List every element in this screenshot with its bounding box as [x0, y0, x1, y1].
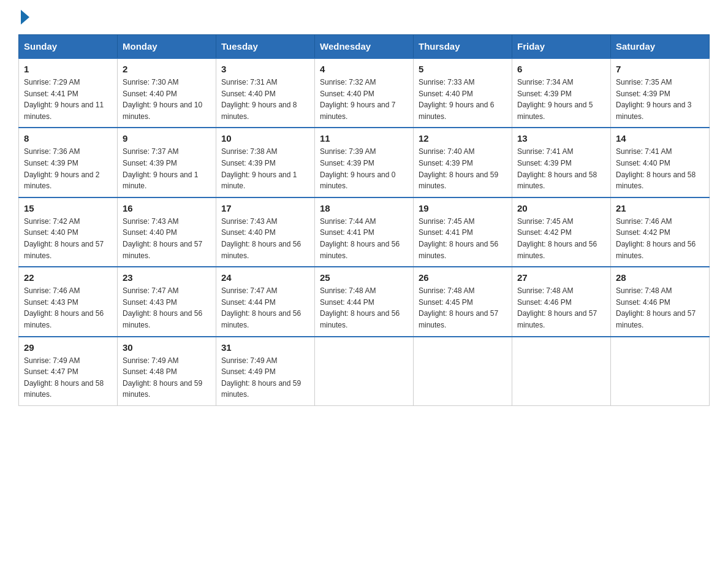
logo — [18, 12, 29, 22]
day-number: 7 — [616, 64, 704, 74]
page-header — [18, 12, 710, 22]
weekday-header-monday: Monday — [118, 35, 216, 59]
day-info: Sunrise: 7:45 AMSunset: 4:41 PMDaylight:… — [419, 216, 507, 261]
day-info: Sunrise: 7:47 AMSunset: 4:43 PMDaylight:… — [123, 285, 211, 331]
day-info: Sunrise: 7:49 AMSunset: 4:47 PMDaylight:… — [24, 355, 112, 400]
day-number: 16 — [123, 203, 211, 213]
day-info: Sunrise: 7:35 AMSunset: 4:39 PMDaylight:… — [616, 77, 704, 122]
day-number: 6 — [517, 64, 605, 74]
day-cell-15: 15 Sunrise: 7:42 AMSunset: 4:40 PMDaylig… — [19, 197, 118, 267]
weekday-header-thursday: Thursday — [414, 35, 512, 59]
day-cell-12: 12 Sunrise: 7:40 AMSunset: 4:39 PMDaylig… — [414, 128, 512, 197]
week-row-4: 22 Sunrise: 7:46 AMSunset: 4:43 PMDaylig… — [19, 267, 710, 336]
weekday-header-tuesday: Tuesday — [216, 35, 315, 59]
day-info: Sunrise: 7:49 AMSunset: 4:48 PMDaylight:… — [123, 355, 211, 400]
day-info: Sunrise: 7:46 AMSunset: 4:42 PMDaylight:… — [616, 216, 704, 261]
weekday-header-row: SundayMondayTuesdayWednesdayThursdayFrid… — [19, 35, 710, 59]
day-info: Sunrise: 7:40 AMSunset: 4:39 PMDaylight:… — [419, 146, 507, 191]
day-cell-25: 25 Sunrise: 7:48 AMSunset: 4:44 PMDaylig… — [315, 267, 414, 336]
day-info: Sunrise: 7:44 AMSunset: 4:41 PMDaylight:… — [320, 216, 408, 261]
weekday-header-wednesday: Wednesday — [315, 35, 414, 59]
day-cell-5: 5 Sunrise: 7:33 AMSunset: 4:40 PMDayligh… — [414, 58, 512, 128]
day-cell-3: 3 Sunrise: 7:31 AMSunset: 4:40 PMDayligh… — [216, 58, 315, 128]
day-cell-10: 10 Sunrise: 7:38 AMSunset: 4:39 PMDaylig… — [216, 128, 315, 197]
day-cell-24: 24 Sunrise: 7:47 AMSunset: 4:44 PMDaylig… — [216, 267, 315, 336]
day-number: 30 — [123, 342, 211, 353]
empty-cell — [611, 337, 710, 406]
day-cell-21: 21 Sunrise: 7:46 AMSunset: 4:42 PMDaylig… — [611, 197, 710, 267]
weekday-header-friday: Friday — [512, 35, 611, 59]
day-cell-31: 31 Sunrise: 7:49 AMSunset: 4:49 PMDaylig… — [216, 337, 315, 406]
day-info: Sunrise: 7:49 AMSunset: 4:49 PMDaylight:… — [221, 355, 309, 400]
day-cell-18: 18 Sunrise: 7:44 AMSunset: 4:41 PMDaylig… — [315, 197, 414, 267]
day-number: 24 — [221, 272, 309, 283]
day-cell-23: 23 Sunrise: 7:47 AMSunset: 4:43 PMDaylig… — [118, 267, 216, 336]
day-info: Sunrise: 7:30 AMSunset: 4:40 PMDaylight:… — [123, 77, 211, 122]
day-cell-16: 16 Sunrise: 7:43 AMSunset: 4:40 PMDaylig… — [118, 197, 216, 267]
day-info: Sunrise: 7:37 AMSunset: 4:39 PMDaylight:… — [123, 146, 211, 191]
day-info: Sunrise: 7:34 AMSunset: 4:39 PMDaylight:… — [517, 77, 605, 122]
day-cell-28: 28 Sunrise: 7:48 AMSunset: 4:46 PMDaylig… — [611, 267, 710, 336]
day-number: 3 — [221, 64, 309, 74]
day-number: 4 — [320, 64, 408, 74]
day-cell-2: 2 Sunrise: 7:30 AMSunset: 4:40 PMDayligh… — [118, 58, 216, 128]
day-number: 22 — [24, 272, 112, 283]
day-info: Sunrise: 7:29 AMSunset: 4:41 PMDaylight:… — [24, 77, 112, 122]
day-info: Sunrise: 7:43 AMSunset: 4:40 PMDaylight:… — [123, 216, 211, 261]
day-number: 11 — [320, 133, 408, 144]
day-info: Sunrise: 7:48 AMSunset: 4:45 PMDaylight:… — [419, 285, 507, 331]
day-cell-11: 11 Sunrise: 7:39 AMSunset: 4:39 PMDaylig… — [315, 128, 414, 197]
day-number: 20 — [517, 203, 605, 213]
day-info: Sunrise: 7:41 AMSunset: 4:40 PMDaylight:… — [616, 146, 704, 191]
day-cell-22: 22 Sunrise: 7:46 AMSunset: 4:43 PMDaylig… — [19, 267, 118, 336]
empty-cell — [512, 337, 611, 406]
week-row-1: 1 Sunrise: 7:29 AMSunset: 4:41 PMDayligh… — [19, 58, 710, 128]
day-cell-14: 14 Sunrise: 7:41 AMSunset: 4:40 PMDaylig… — [611, 128, 710, 197]
day-info: Sunrise: 7:42 AMSunset: 4:40 PMDaylight:… — [24, 216, 112, 261]
day-info: Sunrise: 7:48 AMSunset: 4:46 PMDaylight:… — [616, 285, 704, 331]
day-number: 26 — [419, 272, 507, 283]
day-cell-6: 6 Sunrise: 7:34 AMSunset: 4:39 PMDayligh… — [512, 58, 611, 128]
day-info: Sunrise: 7:45 AMSunset: 4:42 PMDaylight:… — [517, 216, 605, 261]
day-number: 23 — [123, 272, 211, 283]
day-number: 19 — [419, 203, 507, 213]
day-number: 31 — [221, 342, 309, 353]
day-number: 14 — [616, 133, 704, 144]
day-info: Sunrise: 7:41 AMSunset: 4:39 PMDaylight:… — [517, 146, 605, 191]
day-info: Sunrise: 7:46 AMSunset: 4:43 PMDaylight:… — [24, 285, 112, 331]
day-number: 9 — [123, 133, 211, 144]
day-cell-26: 26 Sunrise: 7:48 AMSunset: 4:45 PMDaylig… — [414, 267, 512, 336]
week-row-3: 15 Sunrise: 7:42 AMSunset: 4:40 PMDaylig… — [19, 197, 710, 267]
day-cell-13: 13 Sunrise: 7:41 AMSunset: 4:39 PMDaylig… — [512, 128, 611, 197]
day-info: Sunrise: 7:38 AMSunset: 4:39 PMDaylight:… — [221, 146, 309, 191]
day-number: 28 — [616, 272, 704, 283]
day-number: 29 — [24, 342, 112, 353]
week-row-2: 8 Sunrise: 7:36 AMSunset: 4:39 PMDayligh… — [19, 128, 710, 197]
day-number: 25 — [320, 272, 408, 283]
day-number: 5 — [419, 64, 507, 74]
day-info: Sunrise: 7:32 AMSunset: 4:40 PMDaylight:… — [320, 77, 408, 122]
day-number: 8 — [24, 133, 112, 144]
day-info: Sunrise: 7:47 AMSunset: 4:44 PMDaylight:… — [221, 285, 309, 331]
day-number: 18 — [320, 203, 408, 213]
empty-cell — [315, 337, 414, 406]
logo-arrow-icon — [21, 10, 29, 25]
day-cell-9: 9 Sunrise: 7:37 AMSunset: 4:39 PMDayligh… — [118, 128, 216, 197]
day-info: Sunrise: 7:48 AMSunset: 4:44 PMDaylight:… — [320, 285, 408, 331]
day-cell-30: 30 Sunrise: 7:49 AMSunset: 4:48 PMDaylig… — [118, 337, 216, 406]
day-number: 13 — [517, 133, 605, 144]
day-number: 10 — [221, 133, 309, 144]
day-cell-1: 1 Sunrise: 7:29 AMSunset: 4:41 PMDayligh… — [19, 58, 118, 128]
day-number: 17 — [221, 203, 309, 213]
day-cell-20: 20 Sunrise: 7:45 AMSunset: 4:42 PMDaylig… — [512, 197, 611, 267]
day-number: 27 — [517, 272, 605, 283]
day-info: Sunrise: 7:36 AMSunset: 4:39 PMDaylight:… — [24, 146, 112, 191]
day-number: 1 — [24, 64, 112, 74]
day-info: Sunrise: 7:39 AMSunset: 4:39 PMDaylight:… — [320, 146, 408, 191]
empty-cell — [414, 337, 512, 406]
weekday-header-saturday: Saturday — [611, 35, 710, 59]
weekday-header-sunday: Sunday — [19, 35, 118, 59]
day-info: Sunrise: 7:48 AMSunset: 4:46 PMDaylight:… — [517, 285, 605, 331]
day-number: 15 — [24, 203, 112, 213]
week-row-5: 29 Sunrise: 7:49 AMSunset: 4:47 PMDaylig… — [19, 337, 710, 406]
